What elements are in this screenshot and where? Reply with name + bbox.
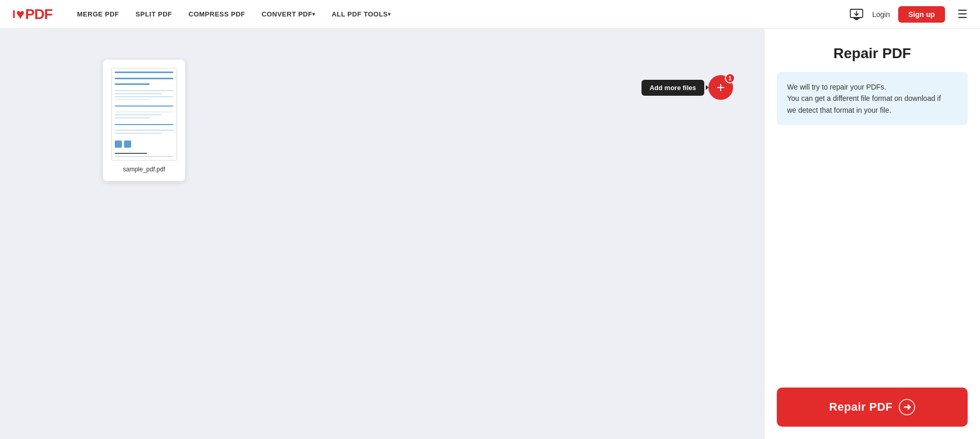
nav-all-pdf-tools[interactable]: ALL PDF TOOLS — [324, 0, 399, 29]
arrow-circle-icon: ➜ — [899, 399, 915, 415]
heart-symbol: ♥ — [16, 6, 24, 23]
signup-button[interactable]: Sign up — [898, 6, 945, 23]
add-files-tooltip: Add more files — [642, 80, 704, 96]
main-nav: MERGE PDF SPLIT PDF COMPRESS PDF CONVERT… — [69, 0, 850, 29]
right-panel-title: Repair PDF — [764, 29, 980, 72]
main-layout: sample_pdf.pdf Add more files + 1 Repair… — [0, 29, 980, 439]
file-card: sample_pdf.pdf — [103, 60, 185, 181]
repair-pdf-button[interactable]: Repair PDF ➜ — [777, 388, 968, 427]
heart-icon: I — [12, 8, 15, 21]
file-name: sample_pdf.pdf — [123, 166, 165, 173]
plus-icon: + — [717, 80, 725, 95]
repair-pdf-label: Repair PDF — [829, 400, 893, 414]
header-right: Login Sign up ☰ — [849, 6, 968, 23]
svg-rect-1 — [853, 17, 860, 19]
hamburger-menu-button[interactable]: ☰ — [957, 8, 968, 21]
file-count-badge: 1 — [725, 73, 735, 83]
add-files-area: Add more files + 1 — [642, 75, 733, 100]
info-text-line-1: We will try to repair your PDFs. — [787, 81, 957, 93]
login-button[interactable]: Login — [872, 10, 889, 19]
info-box: We will try to repair your PDFs. You can… — [777, 72, 968, 125]
left-panel: sample_pdf.pdf Add more files + 1 — [0, 29, 764, 439]
add-more-files-button[interactable]: + 1 — [708, 75, 733, 100]
svg-rect-2 — [855, 19, 858, 20]
nav-split-pdf[interactable]: SPLIT PDF — [128, 0, 181, 29]
nav-merge-pdf[interactable]: MERGE PDF — [69, 0, 128, 29]
right-panel: Repair PDF We will try to repair your PD… — [764, 29, 980, 439]
pdf-label: PDF — [25, 6, 52, 23]
pdf-preview — [111, 68, 177, 161]
info-text-line-3: we detect that format in your file. — [787, 104, 957, 116]
logo[interactable]: I♥PDF — [12, 6, 52, 23]
nav-convert-pdf[interactable]: CONVERT PDF — [254, 0, 324, 29]
right-panel-spacer — [764, 125, 980, 375]
nav-compress-pdf[interactable]: COMPRESS PDF — [181, 0, 254, 29]
header: I♥PDF MERGE PDF SPLIT PDF COMPRESS PDF C… — [0, 0, 980, 29]
info-text-line-2: You can get a different file format on d… — [787, 93, 957, 104]
download-app-button[interactable] — [849, 8, 864, 21]
